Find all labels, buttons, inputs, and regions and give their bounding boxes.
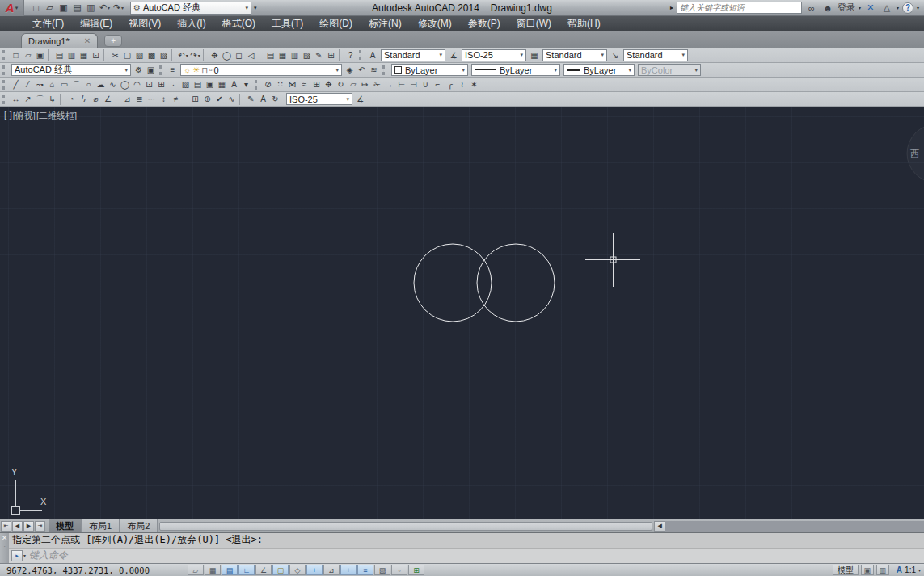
inspection-icon[interactable]: ✔ bbox=[213, 93, 226, 106]
toolbar-grip[interactable] bbox=[2, 50, 6, 60]
layer-states-icon[interactable]: ≋ bbox=[368, 64, 380, 77]
diameter-dimension-icon[interactable]: ⌀ bbox=[90, 93, 102, 106]
annotation-scale-value[interactable]: 1:1 bbox=[905, 565, 916, 574]
sign-in-button[interactable]: 登录 bbox=[838, 2, 855, 14]
continue-dimension-icon[interactable]: ⋯ bbox=[146, 93, 158, 106]
undo-button[interactable]: ↶ bbox=[98, 2, 112, 15]
menu-item[interactable]: 绘图(D) bbox=[311, 16, 361, 31]
layer-properties-manager-icon[interactable]: ≡ bbox=[167, 64, 179, 77]
insert-block-icon[interactable]: ⊡ bbox=[143, 78, 155, 91]
linetype-control-combo[interactable]: ByLayer ▾ bbox=[471, 64, 560, 76]
blend-curves-icon[interactable]: ≀ bbox=[456, 78, 468, 91]
command-recent-dropdown-icon[interactable]: ▾ bbox=[23, 553, 26, 558]
open-button[interactable]: ▱ bbox=[43, 2, 57, 15]
viewport-control[interactable]: [-] bbox=[4, 110, 12, 122]
zoom-previous-icon[interactable]: ◁ bbox=[245, 48, 257, 61]
dynamic-input-toggle[interactable]: + bbox=[340, 565, 357, 575]
line-icon[interactable]: ╱ bbox=[10, 78, 22, 91]
break-icon[interactable]: ⊣ bbox=[407, 78, 420, 91]
dimension-style-combo[interactable]: ISO-25 ▾ bbox=[462, 49, 526, 61]
plot-button[interactable]: ▥ bbox=[84, 2, 98, 15]
paste-special-icon[interactable]: ▩ bbox=[146, 48, 158, 61]
help-icon[interactable]: ? bbox=[902, 2, 913, 14]
array-icon[interactable]: ⊞ bbox=[310, 78, 323, 91]
menu-item[interactable]: 编辑(E) bbox=[72, 16, 120, 31]
open-icon[interactable]: ▱ bbox=[22, 48, 34, 61]
toolbar-grip[interactable] bbox=[255, 80, 259, 90]
selection-cycling-toggle[interactable]: ⊞ bbox=[408, 565, 424, 575]
search-icon[interactable]: ∞ bbox=[805, 2, 818, 14]
search-input[interactable] bbox=[680, 3, 799, 12]
chamfer-icon[interactable]: ⌐ bbox=[432, 78, 444, 91]
text-style-combo[interactable]: Standard ▾ bbox=[381, 49, 445, 61]
dimension-style-icon[interactable]: ∡ bbox=[447, 48, 460, 61]
zoom-realtime-icon[interactable]: ◯ bbox=[221, 48, 233, 61]
create-block-icon[interactable]: ⊞ bbox=[155, 78, 167, 91]
table-style-icon[interactable]: ▦ bbox=[528, 48, 541, 61]
break-at-point-icon[interactable]: ⊢ bbox=[395, 78, 407, 91]
menu-item[interactable]: 窗口(W) bbox=[508, 16, 559, 31]
menu-item[interactable]: 修改(M) bbox=[410, 16, 460, 31]
last-tab-button[interactable]: ⇥ bbox=[35, 521, 45, 532]
layout-tab[interactable]: 模型 bbox=[49, 519, 82, 532]
dimension-style-manager-icon[interactable]: ∡ bbox=[354, 93, 366, 106]
table-style-combo[interactable]: Standard ▾ bbox=[542, 49, 607, 61]
workspace-combo[interactable]: AutoCAD 经典 ▾ bbox=[11, 64, 131, 76]
viewport-control[interactable]: [俯视] bbox=[13, 110, 36, 122]
viewport-control[interactable]: [二维线框] bbox=[36, 110, 77, 122]
help-dropdown-icon[interactable]: ▾ bbox=[917, 5, 919, 11]
layer-previous-icon[interactable]: ↶ bbox=[356, 64, 368, 77]
rotate-icon[interactable]: ↻ bbox=[335, 78, 347, 91]
jogged-linear-icon[interactable]: ∿ bbox=[226, 93, 238, 106]
workspace-settings-icon[interactable]: ⚙ bbox=[133, 64, 145, 77]
arc-length-icon[interactable]: ⌒ bbox=[34, 93, 46, 106]
match-properties-icon[interactable]: ▨ bbox=[158, 48, 170, 61]
next-tab-button[interactable]: ▶ bbox=[23, 521, 34, 532]
model-paper-toggle[interactable]: 模型 bbox=[833, 565, 859, 575]
jogged-dimension-icon[interactable]: ϟ bbox=[78, 93, 90, 106]
snap-mode-toggle[interactable]: ▦ bbox=[205, 565, 221, 575]
point-icon[interactable]: ∙ bbox=[167, 78, 179, 91]
toolbar-grip[interactable] bbox=[382, 65, 386, 75]
zoom-window-icon[interactable]: ◻ bbox=[233, 48, 245, 61]
save-button[interactable]: ▣ bbox=[57, 2, 70, 15]
cut-icon[interactable]: ✂ bbox=[109, 48, 121, 61]
polygon-icon[interactable]: ⌂ bbox=[46, 78, 58, 91]
3d-object-snap-toggle[interactable]: ◇ bbox=[289, 565, 306, 575]
redo-icon[interactable]: ↷ bbox=[189, 48, 201, 61]
mtext-icon[interactable]: A bbox=[228, 78, 240, 91]
annotation-scale-dropdown-icon[interactable]: ▾ bbox=[918, 567, 921, 573]
text-style-icon[interactable]: A bbox=[366, 48, 379, 61]
sheet-set-manager-icon[interactable]: ▨ bbox=[301, 48, 313, 61]
rectangle-icon[interactable]: ▭ bbox=[58, 78, 70, 91]
extend-icon[interactable]: → bbox=[383, 78, 395, 91]
redo-button[interactable]: ↷ bbox=[112, 2, 125, 15]
close-command-panel-icon[interactable]: ✕ bbox=[2, 535, 8, 541]
first-tab-button[interactable]: ⇤ bbox=[1, 521, 11, 532]
radius-dimension-icon[interactable]: ◔ bbox=[65, 93, 78, 106]
menu-item[interactable]: 工具(T) bbox=[264, 16, 311, 31]
center-mark-icon[interactable]: ⊕ bbox=[201, 93, 213, 106]
trim-icon[interactable]: ✁ bbox=[371, 78, 383, 91]
construction-line-icon[interactable]: ⁄ bbox=[22, 78, 34, 91]
export-dwf-icon[interactable]: ⊡ bbox=[90, 48, 102, 61]
color-control-combo[interactable]: ByLayer ▾ bbox=[391, 64, 468, 76]
polyline-icon[interactable]: ↝ bbox=[34, 78, 46, 91]
layer-combo[interactable]: ☼☀⊓▫ 0 ▾ bbox=[180, 64, 342, 76]
menu-item[interactable]: 参数(P) bbox=[460, 16, 508, 31]
copy-icon[interactable]: ∷ bbox=[274, 78, 286, 91]
mirror-icon[interactable]: ⋈ bbox=[286, 78, 298, 91]
drawing-area[interactable]: [-][俯视][二维线框] 西 Y X bbox=[0, 107, 924, 519]
properties-icon[interactable]: ▤ bbox=[264, 48, 276, 61]
new-button[interactable]: □ bbox=[29, 2, 43, 15]
layout-tab[interactable]: 布局1 bbox=[82, 519, 120, 532]
menu-item[interactable]: 插入(I) bbox=[169, 16, 213, 31]
erase-icon[interactable]: ⊘ bbox=[262, 78, 274, 91]
quickcalc-icon[interactable]: ⊞ bbox=[325, 48, 337, 61]
toolbar-grip[interactable] bbox=[2, 80, 6, 90]
dimension-update-icon[interactable]: ↻ bbox=[269, 93, 281, 106]
menu-item[interactable]: 格式(O) bbox=[214, 16, 264, 31]
lineweight-toggle[interactable]: ≡ bbox=[357, 565, 373, 575]
file-tab-drawing1[interactable]: Drawing1* ✕ bbox=[21, 33, 98, 48]
help-icon[interactable]: ? bbox=[344, 48, 357, 61]
